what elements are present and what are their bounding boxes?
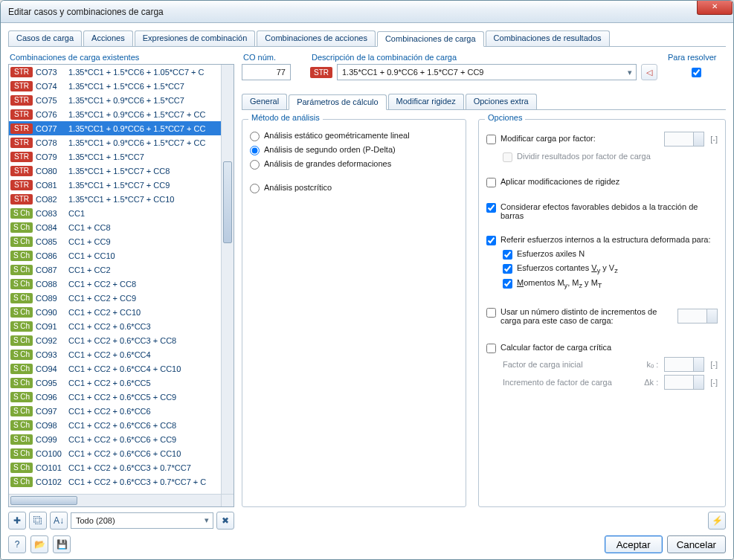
help-button[interactable]: ? xyxy=(8,535,26,553)
co-num-input[interactable]: 77 xyxy=(242,64,291,80)
inner-tab-0[interactable]: General xyxy=(242,94,287,109)
main-tab-3[interactable]: Combinaciones de acciones xyxy=(257,30,376,46)
check-use-increments-input[interactable] xyxy=(486,308,496,318)
radio-linear-input[interactable] xyxy=(250,132,260,141)
k0-symbol: k₀ : xyxy=(647,360,659,370)
bolt-row: ⚡ xyxy=(242,512,726,530)
list-item[interactable]: S ChCO94CC1 + CC2 + 0.6*CC4 + CC10 xyxy=(9,361,221,376)
list-item[interactable]: S ChCO88CC1 + CC2 + CC8 xyxy=(9,277,221,291)
copy-button[interactable]: ⿻ xyxy=(29,512,47,530)
check-consider-favorable-input[interactable] xyxy=(486,203,496,213)
main-tab-4[interactable]: Combinaciones de carga xyxy=(377,31,484,47)
list-item[interactable]: S ChCO85CC1 + CC9 xyxy=(9,234,221,248)
vertical-scroll-thumb[interactable] xyxy=(223,161,232,243)
check-axial[interactable]: Esfuerzos axiles N xyxy=(503,249,718,260)
main-tab-5[interactable]: Combinaciones de resultados xyxy=(486,30,610,46)
list-item[interactable]: STRCO781.35*CC1 + 0.9*CC6 + 1.5*CC7 + CC xyxy=(9,135,221,149)
radio-pdelta-input[interactable] xyxy=(250,146,260,155)
check-moments[interactable]: Momentos My, Mz y MT xyxy=(503,278,718,289)
str-badge: STR xyxy=(10,152,33,162)
list-item[interactable]: S ChCO98CC1 + CC2 + 0.6*CC6 + CC8 xyxy=(9,418,221,432)
sort-button[interactable]: A↓ xyxy=(50,512,68,530)
check-calc-critical[interactable]: Calcular factor de carga crítica xyxy=(486,343,718,353)
check-modify-load[interactable]: Modificar carga por factor: xyxy=(486,134,658,144)
radio-large-def[interactable]: Análisis de grandes deformaciones xyxy=(250,159,458,170)
increments-spinner[interactable] xyxy=(677,309,718,324)
list-item[interactable]: S ChCO97CC1 + CC2 + 0.6*CC6 xyxy=(9,404,221,418)
radio-postcritical[interactable]: Análisis postcrítico xyxy=(250,183,458,193)
check-refer-internal-input[interactable] xyxy=(486,236,496,245)
prev-button[interactable]: ◁ xyxy=(641,64,657,80)
main-tab-1[interactable]: Acciones xyxy=(83,30,133,46)
check-shear-input[interactable] xyxy=(503,264,512,274)
cancel-button[interactable]: Cancelar xyxy=(667,535,726,553)
check-apply-stiffness-input[interactable] xyxy=(486,178,496,187)
vertical-scrollbar[interactable] xyxy=(221,65,234,494)
list-item[interactable]: STRCO741.35*CC1 + 1.5*CC6 + 1.5*CC7 xyxy=(9,79,221,93)
desc-input[interactable]: 1.35*CC1 + 0.9*CC6 + 1.5*CC7 + CC9 xyxy=(337,64,637,80)
co-desc: CC1 + CC2 xyxy=(68,265,218,274)
list-item[interactable]: STRCO731.35*CC1 + 1.5*CC6 + 1.05*CC7 + C xyxy=(9,65,221,79)
delete-button[interactable]: ✖ xyxy=(216,512,234,530)
list-item[interactable]: STRCO811.35*CC1 + 1.5*CC7 + CC9 xyxy=(9,178,221,192)
radio-linear[interactable]: Análisis estático geométricamente lineal xyxy=(250,131,458,141)
list-item[interactable]: S ChCO95CC1 + CC2 + 0.6*CC5 xyxy=(9,376,221,390)
list-item[interactable]: S ChCO91CC1 + CC2 + 0.6*CC3 xyxy=(9,319,221,333)
radio-pdelta[interactable]: Análisis de segundo orden (P-Delta) xyxy=(250,145,458,155)
check-shear[interactable]: Esfuerzos cortantes Vy y Vz xyxy=(503,263,718,274)
list-item[interactable]: STRCO761.35*CC1 + 0.9*CC6 + 1.5*CC7 + CC xyxy=(9,107,221,121)
check-axial-input[interactable] xyxy=(503,250,512,260)
check-refer-internal[interactable]: Referir esfuerzos internos a la estructu… xyxy=(486,235,718,245)
list-item[interactable]: STRCO751.35*CC1 + 0.9*CC6 + 1.5*CC7 xyxy=(9,93,221,107)
horizontal-scroll-thumb[interactable] xyxy=(10,496,77,505)
co-id: CO96 xyxy=(36,393,68,402)
list-item[interactable]: S ChCO93CC1 + CC2 + 0.6*CC4 xyxy=(9,347,221,361)
co-num-value: 77 xyxy=(277,68,286,77)
radio-postcritical-input[interactable] xyxy=(250,184,260,193)
desc-field: Descripción de la combinación de carga S… xyxy=(310,53,657,80)
list-item[interactable]: S ChCO87CC1 + CC2 xyxy=(9,263,221,277)
list-item[interactable]: STRCO801.35*CC1 + 1.5*CC7 + CC8 xyxy=(9,164,221,178)
check-consider-favorable[interactable]: Considerar efectos favorables debidos a … xyxy=(486,202,718,220)
list-item[interactable]: S ChCO90CC1 + CC2 + CC10 xyxy=(9,305,221,319)
modify-load-spinner[interactable] xyxy=(664,132,704,147)
list-item[interactable]: S ChCO102CC1 + CC2 + 0.6*CC3 + 0.7*CC7 +… xyxy=(9,474,221,489)
save-button[interactable]: 💾 xyxy=(53,535,71,553)
open-button[interactable]: 📂 xyxy=(30,535,48,553)
window-close-button[interactable]: ✕ xyxy=(697,0,733,15)
calculate-button[interactable]: ⚡ xyxy=(708,512,726,530)
co-desc: CC1 + CC2 + 0.6*CC6 + CC10 xyxy=(68,449,218,458)
radio-large-def-input[interactable] xyxy=(250,160,260,170)
list-item[interactable]: S ChCO89CC1 + CC2 + CC9 xyxy=(9,291,221,305)
inner-tab-3[interactable]: Opciones extra xyxy=(466,94,537,109)
close-icon: ✕ xyxy=(712,2,718,10)
list-item[interactable]: S ChCO101CC1 + CC2 + 0.6*CC3 + 0.7*CC7 xyxy=(9,460,221,474)
solve-checkbox[interactable] xyxy=(692,68,701,77)
main-tab-2[interactable]: Expresiones de combinación xyxy=(135,30,256,46)
list-item[interactable]: S ChCO86CC1 + CC10 xyxy=(9,248,221,263)
inner-tab-2[interactable]: Modificar rigidez xyxy=(388,94,464,109)
new-button[interactable]: ✚ xyxy=(8,512,26,530)
list-item[interactable]: S ChCO99CC1 + CC2 + 0.6*CC6 + CC9 xyxy=(9,432,221,446)
check-modify-load-input[interactable] xyxy=(486,135,496,144)
list-item[interactable]: S ChCO92CC1 + CC2 + 0.6*CC3 + CC8 xyxy=(9,333,221,347)
inner-tab-1[interactable]: Parámetros de cálculo xyxy=(289,94,386,110)
main-tab-0[interactable]: Casos de carga xyxy=(8,30,82,46)
check-calc-critical-input[interactable] xyxy=(486,344,496,353)
co-id: CO84 xyxy=(36,223,68,232)
ok-button[interactable]: Aceptar xyxy=(605,535,663,553)
list-item[interactable]: S ChCO96CC1 + CC2 + 0.6*CC5 + CC9 xyxy=(9,390,221,404)
check-use-increments[interactable]: Usar un número distinto de incrementos d… xyxy=(486,307,672,325)
list-item[interactable]: S ChCO100CC1 + CC2 + 0.6*CC6 + CC10 xyxy=(9,446,221,460)
list-item[interactable]: STRCO791.35*CC1 + 1.5*CC7 xyxy=(9,149,221,164)
list-item[interactable]: STRCO771.35*CC1 + 0.9*CC6 + 1.5*CC7 + CC xyxy=(9,121,221,135)
check-apply-stiffness[interactable]: Aplicar modificaciones de rigidez xyxy=(486,177,718,187)
list-item[interactable]: S ChCO83CC1 xyxy=(9,206,221,220)
check-moments-input[interactable] xyxy=(503,279,512,289)
list-item[interactable]: S ChCO84CC1 + CC8 xyxy=(9,220,221,234)
list-item[interactable]: STRCO821.35*CC1 + 1.5*CC7 + CC10 xyxy=(9,192,221,206)
dk-symbol: Δk : xyxy=(644,378,658,387)
horizontal-scrollbar[interactable] xyxy=(9,494,221,506)
check-consider-favorable-label: Considerar efectos favorables debidos a … xyxy=(500,202,718,220)
filter-select[interactable]: Todo (208) xyxy=(71,512,213,529)
